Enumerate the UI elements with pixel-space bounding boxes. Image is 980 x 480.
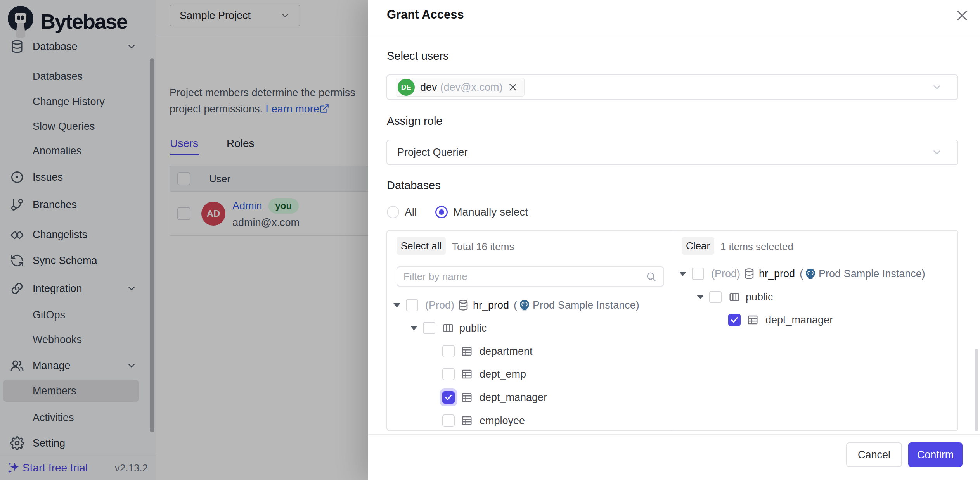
- database-transfer-panels: Select all Total 16 items (Prod) hr_prod…: [386, 230, 958, 431]
- radio-all[interactable]: [387, 206, 399, 218]
- chevron-down-icon: [931, 81, 943, 93]
- environment-label: (Prod): [711, 268, 740, 280]
- modal-header-divider: [368, 36, 980, 36]
- selected-count-label: 1 items selected: [720, 241, 793, 253]
- database-icon: [743, 268, 755, 280]
- tree-row-schema: public: [410, 317, 487, 339]
- table-checkbox-checked[interactable]: [442, 391, 455, 404]
- schema-checkbox[interactable]: [709, 291, 722, 303]
- caret-down-icon[interactable]: [697, 295, 704, 299]
- table-checkbox-checked[interactable]: [728, 314, 741, 326]
- table-name: dept_emp: [480, 368, 526, 380]
- caret-down-icon[interactable]: [410, 326, 417, 330]
- database-name: hr_prod: [473, 299, 509, 311]
- table-checkbox[interactable]: [442, 414, 455, 427]
- tree-row-table: dept_manager: [728, 309, 833, 331]
- schema-icon: [729, 291, 740, 303]
- postgresql-icon: [805, 268, 816, 280]
- table-icon: [461, 392, 473, 403]
- search-icon: [646, 271, 656, 282]
- select-all-button[interactable]: Select all: [397, 237, 446, 255]
- table-icon: [461, 345, 473, 357]
- table-icon: [461, 415, 473, 426]
- caret-down-icon[interactable]: [679, 272, 686, 276]
- database-scope-radios: All Manually select: [387, 206, 528, 218]
- environment-label: (Prod): [425, 299, 454, 311]
- table-name: dept_manager: [480, 392, 547, 404]
- tree-row-table: dept_emp: [442, 363, 526, 385]
- table-checkbox[interactable]: [442, 345, 455, 357]
- clear-button[interactable]: Clear: [682, 237, 714, 255]
- remove-user-icon[interactable]: [508, 82, 518, 92]
- schema-icon: [442, 322, 454, 334]
- instance-name: Prod Sample Instance): [533, 299, 639, 311]
- assign-role-label: Assign role: [387, 115, 442, 128]
- modal-footer: Cancel Confirm: [368, 434, 980, 480]
- confirm-button[interactable]: Confirm: [908, 442, 963, 467]
- total-items-label: Total 16 items: [452, 241, 514, 253]
- chip-user-name: dev: [420, 81, 437, 93]
- schema-name: public: [746, 291, 773, 303]
- database-name: hr_prod: [759, 268, 795, 280]
- cancel-button[interactable]: Cancel: [846, 442, 902, 467]
- table-name: dept_manager: [765, 314, 833, 326]
- schema-name: public: [459, 322, 487, 334]
- tree-row-schema: public: [697, 286, 773, 308]
- radio-all-label: All: [405, 206, 417, 218]
- open-paren: (: [800, 268, 803, 280]
- select-users-label: Select users: [387, 50, 449, 62]
- table-name: department: [480, 345, 533, 357]
- open-paren: (: [514, 299, 517, 311]
- app: Bytebase Database Databases Change Histo…: [0, 0, 980, 480]
- filter-input-wrapper: [397, 266, 664, 287]
- modal-scrollbar[interactable]: [975, 349, 978, 431]
- avatar: DE: [398, 79, 415, 96]
- table-name: employee: [480, 415, 525, 427]
- source-panel: Select all Total 16 items (Prod) hr_prod…: [387, 231, 673, 430]
- radio-manually-select[interactable]: [435, 206, 448, 218]
- tree-row-instance: (Prod) hr_prod ( Prod Sample Instance): [679, 262, 925, 285]
- select-users-input[interactable]: DE dev (dev@x.com): [386, 74, 958, 100]
- instance-name: Prod Sample Instance): [819, 268, 925, 280]
- modal-overlay: [0, 0, 368, 480]
- modal-title: Grant Access: [387, 6, 464, 23]
- selected-panel: Clear 1 items selected (Prod) hr_prod ( …: [673, 231, 958, 430]
- postgresql-icon: [519, 299, 530, 311]
- table-icon: [747, 314, 758, 326]
- assign-role-select[interactable]: Project Querier: [386, 140, 958, 165]
- caret-down-icon[interactable]: [393, 303, 400, 307]
- grant-access-modal: Grant Access Select users DE dev (dev@x.…: [368, 0, 980, 480]
- instance-checkbox[interactable]: [692, 268, 704, 280]
- tree-row-instance: (Prod) hr_prod ( Prod Sample Instance): [393, 294, 639, 316]
- tree-row-table: department: [442, 340, 533, 363]
- databases-label: Databases: [387, 179, 441, 192]
- instance-checkbox[interactable]: [406, 299, 418, 311]
- schema-checkbox[interactable]: [423, 322, 435, 334]
- close-icon[interactable]: [955, 9, 969, 22]
- chip-user-email: (dev@x.com): [440, 81, 503, 93]
- assign-role-value: Project Querier: [397, 147, 468, 159]
- user-chip: DE dev (dev@x.com): [396, 78, 525, 97]
- table-checkbox[interactable]: [442, 368, 455, 380]
- database-icon: [457, 299, 469, 311]
- tree-row-table: employee: [442, 409, 525, 431]
- radio-manual-label: Manually select: [453, 206, 528, 218]
- table-icon: [461, 368, 473, 380]
- filter-input[interactable]: [403, 271, 632, 283]
- chevron-down-icon: [931, 147, 943, 158]
- tree-row-table: dept_manager: [442, 386, 547, 409]
